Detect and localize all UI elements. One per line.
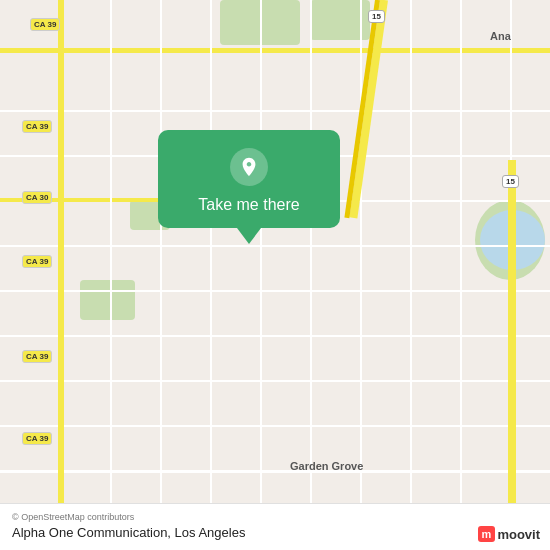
road-h [0,335,550,337]
moovit-m-icon: m [478,526,496,542]
road-h [0,380,550,382]
garden-grove-label: Garden Grove [290,460,363,472]
pin-svg [238,156,260,178]
map-container: CA 39 CA 39 CA 30 CA 39 CA 39 CA 39 15 1… [0,0,550,550]
popup-box[interactable]: Take me there [158,130,340,228]
road-v [460,0,462,550]
place-name-text: Alpha One Communication, Los Angeles [12,525,538,540]
highway-badge-ca39-3: CA 39 [22,255,52,268]
highway-badge-ca30: CA 30 [22,191,52,204]
bottom-bar: © OpenStreetMap contributors Alpha One C… [0,503,550,550]
park-area [80,280,135,320]
location-pin-icon [230,148,268,186]
road-v [410,0,412,550]
road-h [0,110,550,112]
highway-v-ca39 [58,0,64,550]
road-v [110,0,112,550]
anaheim-label: Ana [490,30,511,42]
freeway-i15-south [508,160,516,550]
road-h [0,245,550,247]
take-me-there-label[interactable]: Take me there [198,196,299,214]
attribution-text: © OpenStreetMap contributors [12,512,538,522]
highway-badge-i15-2: 15 [502,175,519,188]
highway-badge-ca39: CA 39 [30,18,60,31]
highway-badge-i15: 15 [368,10,385,23]
road-h [0,290,550,292]
road-v [160,0,162,550]
moovit-wordmark: moovit [497,527,540,542]
highway-badge-ca39-5: CA 39 [22,432,52,445]
highway-badge-ca39-4: CA 39 [22,350,52,363]
map-background [0,0,550,550]
road-h [0,470,550,473]
road-v [210,0,212,550]
moovit-logo: m moovit [478,526,540,542]
location-popup[interactable]: Take me there [158,130,340,244]
road-v [260,0,262,550]
highway-badge-ca39-2: CA 39 [22,120,52,133]
highway-h [0,48,550,53]
popup-arrow [237,228,261,244]
road-h [0,425,550,427]
